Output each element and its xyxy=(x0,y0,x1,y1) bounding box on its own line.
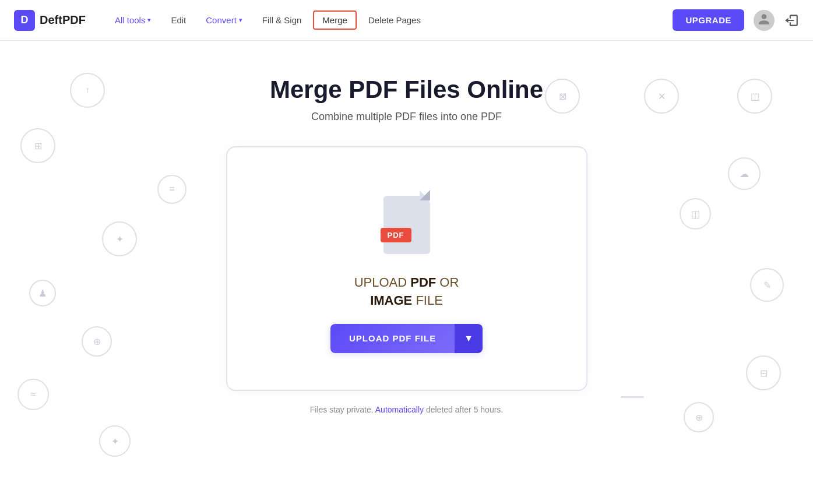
nav-delete-pages[interactable]: Delete Pages xyxy=(360,10,429,30)
page-subtitle: Combine multiple PDF files into one PDF xyxy=(311,111,502,123)
logo-text: DeftPDF xyxy=(40,13,86,27)
center-section: Merge PDF Files Online Combine multiple … xyxy=(0,41,813,414)
logout-button[interactable] xyxy=(784,13,799,28)
pdf-file-icon: PDF xyxy=(381,190,433,254)
upload-button-group: UPLOAD PDF FILE ▼ xyxy=(330,324,483,353)
upload-text: UPLOAD PDF OR IMAGE FILE xyxy=(354,274,459,310)
main-content: ↑ ⊞ ≡ ✦ ♟ ⊕ ≈ ✦ ⊠ ✕ ◫ ☁ ◫ ✎ ⊟ ⊕ Merge PD… xyxy=(0,41,813,504)
upgrade-button[interactable]: UPGRADE xyxy=(673,9,744,31)
nav-convert[interactable]: Convert ▾ xyxy=(198,10,251,30)
all-tools-chevron-icon: ▾ xyxy=(147,16,151,24)
footer-note: Files stay private. Automatically delete… xyxy=(310,405,504,414)
logo-link[interactable]: D DeftPDF xyxy=(14,10,86,31)
page-title: Merge PDF Files Online xyxy=(270,76,543,104)
upload-box: PDF UPLOAD PDF OR IMAGE FILE UPLOAD PDF … xyxy=(226,146,587,391)
nav-merge[interactable]: Merge xyxy=(313,10,357,30)
navbar: D DeftPDF All tools ▾ Edit Convert ▾ Fil… xyxy=(0,0,813,41)
upload-dropdown-button[interactable]: ▼ xyxy=(455,324,483,353)
pdf-badge: PDF xyxy=(381,228,411,242)
nav-right: UPGRADE xyxy=(673,9,799,31)
deco-circle-8: ✦ xyxy=(99,425,131,457)
nav-fill-sign[interactable]: Fill & Sign xyxy=(254,10,310,30)
dropdown-arrow-icon: ▼ xyxy=(464,333,473,344)
logo-icon: D xyxy=(14,10,35,31)
upload-pdf-button[interactable]: UPLOAD PDF FILE xyxy=(330,324,455,353)
convert-chevron-icon: ▾ xyxy=(239,16,242,24)
nav-links: All tools ▾ Edit Convert ▾ Fill & Sign M… xyxy=(107,10,673,30)
nav-edit[interactable]: Edit xyxy=(163,10,194,30)
file-body xyxy=(383,196,430,254)
avatar xyxy=(754,10,775,31)
logout-icon xyxy=(784,13,799,28)
user-icon xyxy=(758,13,770,28)
nav-all-tools[interactable]: All tools ▾ xyxy=(107,10,160,30)
file-corner xyxy=(420,190,430,200)
